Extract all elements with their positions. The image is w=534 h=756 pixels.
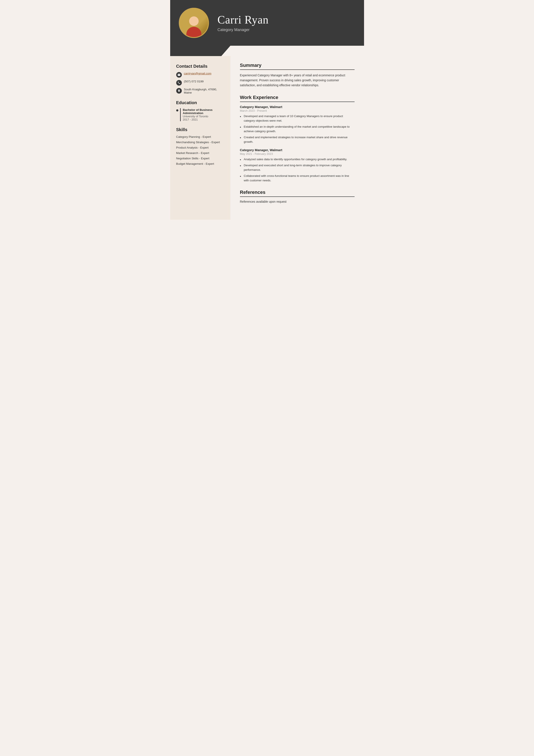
- references-text: References available upon request: [240, 200, 355, 203]
- chevron-right: [231, 46, 364, 56]
- job-dates: May 2021 - February 2023: [240, 152, 355, 155]
- summary-section: Summary Experienced Category Manager wit…: [240, 63, 355, 88]
- skills-heading: Skills: [176, 127, 224, 132]
- skill-item: Merchandising Strategies - Expert: [176, 141, 224, 144]
- skill-item: Market Research - Expert: [176, 151, 224, 155]
- summary-heading: Summary: [240, 63, 355, 70]
- job-bullet: Analyzed sales data to identify opportun…: [240, 157, 355, 162]
- references-section: References References available upon req…: [240, 190, 355, 203]
- skills-list: Category Planning - ExpertMerchandising …: [176, 135, 224, 165]
- edu-degree: Bachelor of Business Administration: [183, 108, 224, 115]
- job-title: Category Manager, Walmart: [240, 105, 355, 109]
- contact-address: South Kraigburgh, 47690, Maine: [184, 88, 217, 94]
- job-bullet: Developed and executed short and long-te…: [240, 163, 355, 172]
- contact-section: Contact Details carriryan@gmail.com (507…: [176, 64, 224, 94]
- job-bullet: Collaborated with cross-functional teams…: [240, 174, 355, 183]
- skill-item: Category Planning - Expert: [176, 135, 224, 138]
- job-entry: Category Manager, WalmartMay 2021 - Febr…: [240, 148, 355, 183]
- skill-item: Budget Management - Expert: [176, 162, 224, 165]
- phone-icon: [176, 80, 182, 86]
- job-bullet: Created and implemented strategies to in…: [240, 135, 355, 144]
- education-section: Education Bachelor of Business Administr…: [176, 100, 224, 121]
- job-bullet: Developed and managed a team of 10 Categ…: [240, 114, 355, 123]
- contact-email-row: carriryan@gmail.com: [176, 72, 224, 78]
- resume-header: Carri Ryan Category Manager: [170, 0, 364, 46]
- chevron-left: [170, 46, 231, 56]
- education-item: Bachelor of Business Administration Univ…: [176, 108, 224, 121]
- education-heading: Education: [176, 100, 224, 105]
- skills-section: Skills Category Planning - ExpertMerchan…: [176, 127, 224, 165]
- email-icon: [176, 72, 182, 78]
- edu-years: 2017 - 2021: [183, 118, 224, 121]
- job-bullets: Analyzed sales data to identify opportun…: [240, 157, 355, 183]
- candidate-name: Carri Ryan: [217, 14, 269, 26]
- header-text: Carri Ryan Category Manager: [217, 14, 269, 32]
- job-dates: March 2023 - Present: [240, 109, 355, 112]
- jobs-list: Category Manager, WalmartMarch 2023 - Pr…: [240, 105, 355, 183]
- edu-dot: [176, 109, 178, 112]
- references-heading: References: [240, 190, 355, 197]
- chevron-decoration: [170, 46, 364, 56]
- candidate-title: Category Manager: [217, 28, 269, 32]
- contact-phone: (507) 072 0199: [184, 80, 204, 83]
- sidebar: Contact Details carriryan@gmail.com (507…: [170, 56, 231, 220]
- contact-heading: Contact Details: [176, 64, 224, 69]
- main-layout: Contact Details carriryan@gmail.com (507…: [170, 56, 364, 220]
- job-bullet: Established an in-depth understanding of…: [240, 125, 355, 134]
- skill-item: Negotiation Skills - Expert: [176, 157, 224, 160]
- contact-email[interactable]: carriryan@gmail.com: [184, 72, 212, 75]
- work-experience-heading: Work Experience: [240, 94, 355, 102]
- job-bullets: Developed and managed a team of 10 Categ…: [240, 114, 355, 144]
- edu-university: University of Toronto: [183, 115, 224, 118]
- job-title: Category Manager, Walmart: [240, 148, 355, 152]
- main-content: Summary Experienced Category Manager wit…: [231, 56, 364, 220]
- contact-phone-row: (507) 072 0199: [176, 80, 224, 86]
- edu-content: Bachelor of Business Administration Univ…: [180, 108, 224, 121]
- skill-item: Product Analysis - Expert: [176, 146, 224, 149]
- job-entry: Category Manager, WalmartMarch 2023 - Pr…: [240, 105, 355, 144]
- summary-text: Experienced Category Manager with 8+ yea…: [240, 73, 355, 88]
- contact-address-row: South Kraigburgh, 47690, Maine: [176, 88, 224, 94]
- avatar: [179, 8, 209, 38]
- work-experience-section: Work Experience Category Manager, Walmar…: [240, 94, 355, 183]
- location-icon: [176, 88, 182, 94]
